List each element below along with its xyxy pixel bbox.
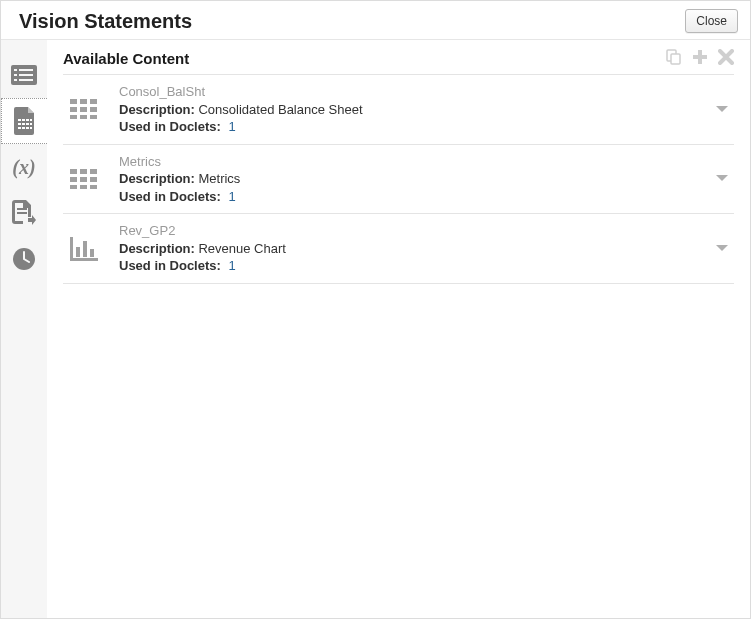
panel-actions bbox=[666, 48, 734, 68]
close-button[interactable]: Close bbox=[685, 9, 738, 33]
vision-statements-dialog: Vision Statements Close bbox=[0, 0, 751, 619]
item-name: Consol_BalSht bbox=[119, 83, 696, 101]
content-item[interactable]: Consol_BalSht Description: Consolidated … bbox=[63, 74, 734, 144]
svg-rect-39 bbox=[70, 177, 77, 182]
svg-rect-3 bbox=[14, 74, 17, 76]
item-used-row: Used in Doclets: 1 bbox=[119, 118, 696, 136]
grid-icon bbox=[63, 99, 105, 119]
item-expand-button[interactable] bbox=[710, 102, 734, 117]
svg-rect-45 bbox=[70, 237, 73, 261]
svg-rect-20 bbox=[17, 208, 27, 210]
tab-document[interactable] bbox=[1, 98, 47, 144]
svg-rect-47 bbox=[76, 247, 80, 257]
svg-rect-35 bbox=[90, 115, 97, 119]
svg-rect-13 bbox=[26, 123, 29, 125]
svg-rect-28 bbox=[80, 99, 87, 104]
panel-header: Available Content bbox=[63, 46, 734, 74]
used-label: Used in Doclets: bbox=[119, 119, 221, 134]
list-icon bbox=[11, 65, 37, 85]
item-body: Rev_GP2 Description: Revenue Chart Used … bbox=[119, 222, 696, 275]
svg-rect-27 bbox=[70, 99, 77, 104]
svg-rect-16 bbox=[22, 127, 25, 129]
variable-icon: (x) bbox=[10, 155, 38, 179]
item-description-row: Description: Revenue Chart bbox=[119, 240, 696, 258]
item-used-row: Used in Doclets: 1 bbox=[119, 257, 696, 275]
svg-text:(x): (x) bbox=[12, 156, 35, 179]
svg-rect-24 bbox=[671, 54, 680, 64]
svg-rect-8 bbox=[22, 119, 25, 121]
item-body: Consol_BalSht Description: Consolidated … bbox=[119, 83, 696, 136]
svg-rect-4 bbox=[19, 74, 33, 76]
document-icon bbox=[14, 107, 36, 135]
chart-icon bbox=[63, 237, 105, 261]
dialog-header: Vision Statements Close bbox=[1, 1, 750, 40]
chevron-down-icon bbox=[716, 175, 728, 183]
tab-variable[interactable]: (x) bbox=[1, 144, 47, 190]
tab-history[interactable] bbox=[1, 236, 47, 282]
grid-icon bbox=[63, 169, 105, 189]
chevron-down-icon bbox=[716, 106, 728, 114]
svg-rect-14 bbox=[30, 123, 32, 125]
clock-icon bbox=[12, 247, 36, 271]
copy-icon[interactable] bbox=[666, 49, 682, 68]
svg-rect-2 bbox=[19, 69, 33, 71]
svg-rect-17 bbox=[26, 127, 29, 129]
svg-rect-43 bbox=[80, 185, 87, 189]
svg-rect-5 bbox=[14, 79, 17, 81]
used-label: Used in Doclets: bbox=[119, 258, 221, 273]
chevron-down-icon bbox=[716, 245, 728, 253]
export-doc-icon bbox=[12, 200, 36, 226]
description-label: Description: bbox=[119, 102, 195, 117]
item-name: Rev_GP2 bbox=[119, 222, 696, 240]
add-icon[interactable] bbox=[692, 49, 708, 68]
item-expand-button[interactable] bbox=[710, 171, 734, 186]
used-value[interactable]: 1 bbox=[228, 189, 235, 204]
description-value: Revenue Chart bbox=[198, 241, 285, 256]
svg-rect-6 bbox=[19, 79, 33, 81]
svg-rect-21 bbox=[17, 212, 27, 214]
description-value: Consolidated Balance Sheet bbox=[198, 102, 362, 117]
svg-rect-49 bbox=[90, 249, 94, 257]
svg-rect-41 bbox=[90, 177, 97, 182]
content-list: Consol_BalSht Description: Consolidated … bbox=[63, 74, 734, 284]
panel-title: Available Content bbox=[63, 50, 189, 67]
svg-rect-33 bbox=[70, 115, 77, 119]
svg-rect-15 bbox=[18, 127, 21, 129]
description-value: Metrics bbox=[198, 171, 240, 186]
svg-rect-9 bbox=[26, 119, 29, 121]
svg-rect-44 bbox=[90, 185, 97, 189]
item-description-row: Description: Metrics bbox=[119, 170, 696, 188]
tab-export[interactable] bbox=[1, 190, 47, 236]
svg-rect-18 bbox=[30, 127, 32, 129]
svg-rect-1 bbox=[14, 69, 17, 71]
used-value[interactable]: 1 bbox=[228, 258, 235, 273]
dialog-body: (x) Available Content bbox=[1, 40, 750, 618]
item-description-row: Description: Consolidated Balance Sheet bbox=[119, 101, 696, 119]
svg-rect-26 bbox=[693, 55, 707, 59]
svg-rect-30 bbox=[70, 107, 77, 112]
svg-rect-36 bbox=[70, 169, 77, 174]
svg-rect-37 bbox=[80, 169, 87, 174]
used-value[interactable]: 1 bbox=[228, 119, 235, 134]
main-panel: Available Content bbox=[47, 40, 750, 618]
item-body: Metrics Description: Metrics Used in Doc… bbox=[119, 153, 696, 206]
svg-rect-12 bbox=[22, 123, 25, 125]
svg-rect-40 bbox=[80, 177, 87, 182]
svg-rect-11 bbox=[18, 123, 21, 125]
svg-rect-31 bbox=[80, 107, 87, 112]
content-item[interactable]: Metrics Description: Metrics Used in Doc… bbox=[63, 144, 734, 214]
svg-rect-42 bbox=[70, 185, 77, 189]
svg-rect-29 bbox=[90, 99, 97, 104]
svg-rect-34 bbox=[80, 115, 87, 119]
svg-rect-32 bbox=[90, 107, 97, 112]
delete-icon[interactable] bbox=[718, 48, 734, 68]
svg-rect-48 bbox=[83, 241, 87, 257]
used-label: Used in Doclets: bbox=[119, 189, 221, 204]
svg-rect-7 bbox=[18, 119, 21, 121]
description-label: Description: bbox=[119, 171, 195, 186]
tab-list[interactable] bbox=[1, 52, 47, 98]
item-name: Metrics bbox=[119, 153, 696, 171]
item-expand-button[interactable] bbox=[710, 241, 734, 256]
side-tabs: (x) bbox=[1, 40, 47, 618]
content-item[interactable]: Rev_GP2 Description: Revenue Chart Used … bbox=[63, 213, 734, 284]
